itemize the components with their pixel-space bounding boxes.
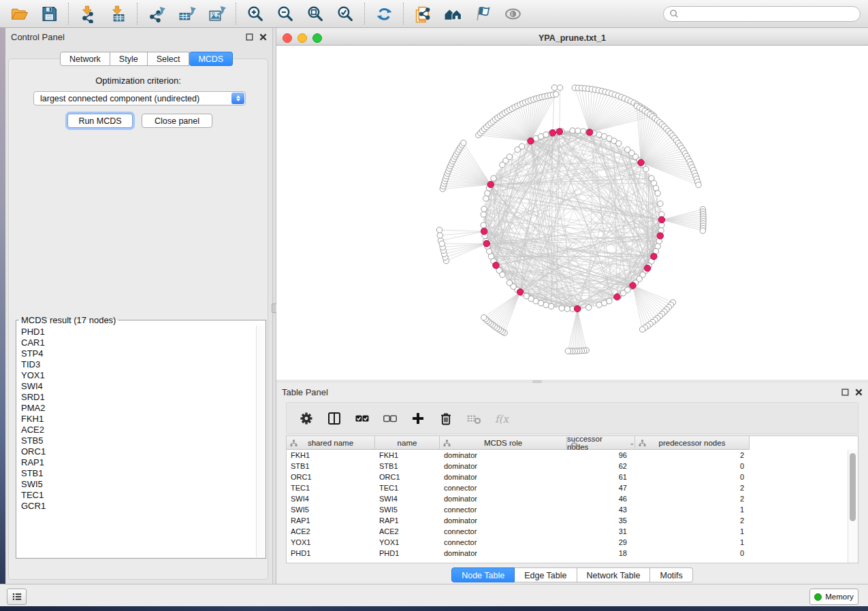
- cell-successor-nodes[interactable]: 18: [567, 548, 635, 559]
- cell-shared-name[interactable]: ACE2: [287, 526, 375, 537]
- select-all-icon[interactable]: [354, 410, 370, 427]
- mcds-result-item[interactable]: FKH1: [21, 414, 257, 425]
- mcds-result-item[interactable]: SWI5: [21, 479, 257, 490]
- table-row[interactable]: ORC1ORC1dominator610: [287, 472, 848, 482]
- cell-successor-nodes[interactable]: 96: [567, 450, 635, 461]
- column-header-predecessor-nodes[interactable]: predecessor nodes: [635, 436, 750, 450]
- add-column-icon[interactable]: [410, 410, 426, 427]
- column-header-shared-name[interactable]: shared name: [287, 436, 375, 450]
- table-row[interactable]: STB1STB1dominator620: [287, 461, 848, 472]
- column-header-name[interactable]: name: [375, 436, 440, 450]
- export-image-icon[interactable]: [206, 3, 227, 24]
- export-network-icon[interactable]: [146, 3, 167, 24]
- cell-name[interactable]: RAP1: [375, 515, 440, 526]
- style-flag-icon[interactable]: [472, 3, 493, 24]
- cell-predecessor-nodes[interactable]: 0: [635, 461, 750, 472]
- zoom-out-icon[interactable]: [275, 3, 295, 24]
- tab-mcds[interactable]: MCDS: [189, 52, 233, 66]
- table-row[interactable]: FKH1FKH1dominator962: [287, 450, 848, 461]
- table-row[interactable]: YOX1YOX1connector291: [287, 537, 848, 548]
- mcds-result-item[interactable]: SWI4: [21, 381, 257, 392]
- table-row[interactable]: SWI5SWI5connector431: [287, 504, 848, 515]
- mcds-result-item[interactable]: SRD1: [21, 392, 257, 403]
- table-row[interactable]: PHD1PHD1dominator180: [287, 548, 848, 559]
- cell-shared-name[interactable]: YOX1: [287, 537, 375, 548]
- share-network-icon[interactable]: [413, 3, 433, 24]
- cell-MCDS-role[interactable]: connector: [440, 504, 567, 515]
- cell-successor-nodes[interactable]: 29: [567, 537, 635, 548]
- import-table-icon[interactable]: [108, 3, 128, 24]
- cell-successor-nodes[interactable]: 62: [567, 461, 635, 472]
- cell-predecessor-nodes[interactable]: 2: [635, 482, 750, 493]
- cell-name[interactable]: PHD1: [375, 548, 440, 559]
- table-scrollbar-thumb[interactable]: [850, 453, 856, 521]
- cell-shared-name[interactable]: TEC1: [287, 482, 375, 493]
- cell-name[interactable]: STB1: [375, 461, 440, 472]
- refresh-network-icon[interactable]: [374, 3, 394, 24]
- cell-shared-name[interactable]: STB1: [287, 461, 375, 472]
- cell-shared-name[interactable]: FKH1: [287, 450, 375, 461]
- cell-MCDS-role[interactable]: dominator: [440, 493, 567, 504]
- float-window-icon[interactable]: [246, 33, 253, 41]
- cell-predecessor-nodes[interactable]: 1: [635, 526, 750, 537]
- split-panel-icon[interactable]: [326, 410, 342, 427]
- cell-successor-nodes[interactable]: 46: [567, 493, 635, 504]
- float-window-icon[interactable]: [841, 389, 849, 396]
- run-mcds-button[interactable]: Run MCDS: [67, 114, 133, 128]
- cell-successor-nodes[interactable]: 35: [567, 515, 635, 526]
- mcds-result-item[interactable]: PMA2: [21, 403, 257, 414]
- mcds-result-item[interactable]: PHD1: [21, 327, 257, 337]
- cell-shared-name[interactable]: ORC1: [287, 472, 375, 482]
- close-panel-icon[interactable]: [259, 33, 267, 41]
- mcds-result-item[interactable]: CAR1: [21, 337, 257, 348]
- cell-MCDS-role[interactable]: connector: [440, 482, 567, 493]
- cell-successor-nodes[interactable]: 61: [567, 472, 635, 482]
- tab-style[interactable]: Style: [110, 52, 148, 66]
- mcds-list-scrollbar[interactable]: [256, 326, 265, 557]
- deselect-all-icon[interactable]: [382, 410, 398, 427]
- cell-MCDS-role[interactable]: dominator: [440, 461, 567, 472]
- export-table-icon[interactable]: [176, 3, 197, 24]
- cell-shared-name[interactable]: RAP1: [287, 515, 375, 526]
- cell-shared-name[interactable]: SWI4: [287, 493, 375, 504]
- cell-name[interactable]: YOX1: [375, 537, 440, 548]
- close-panel-icon[interactable]: [855, 389, 863, 396]
- tab-select[interactable]: Select: [148, 52, 190, 66]
- tab-node-table[interactable]: Node Table: [451, 567, 515, 582]
- zoom-selected-icon[interactable]: [335, 3, 355, 24]
- mcds-result-item[interactable]: TID3: [21, 359, 257, 370]
- cell-MCDS-role[interactable]: connector: [440, 537, 567, 548]
- table-row[interactable]: TEC1TEC1connector472: [287, 482, 848, 493]
- mcds-result-item[interactable]: GCR1: [21, 501, 257, 512]
- task-history-button[interactable]: [7, 589, 27, 605]
- zoom-in-icon[interactable]: [245, 3, 266, 24]
- cell-predecessor-nodes[interactable]: 0: [635, 548, 750, 559]
- table-row[interactable]: SWI4SWI4dominator462: [287, 493, 848, 504]
- tab-edge-table[interactable]: Edge Table: [515, 567, 577, 582]
- cell-predecessor-nodes[interactable]: 2: [635, 493, 750, 504]
- cell-predecessor-nodes[interactable]: 2: [635, 450, 750, 461]
- save-session-icon[interactable]: [39, 3, 59, 24]
- tab-motifs[interactable]: Motifs: [650, 567, 692, 582]
- cell-name[interactable]: SWI4: [375, 493, 440, 504]
- column-header-successor-nodes[interactable]: successor nodes⌄: [567, 436, 635, 450]
- mcds-result-item[interactable]: RAP1: [21, 457, 257, 468]
- cell-shared-name[interactable]: SWI5: [287, 504, 375, 515]
- mcds-result-list[interactable]: PHD1CAR1STP4TID3YOX1SWI4SRD1PMA2FKH1ACE2…: [17, 327, 257, 557]
- mcds-result-item[interactable]: STP4: [21, 348, 257, 359]
- optimization-criterion-select[interactable]: largest connected component (undirected): [33, 91, 246, 105]
- cell-MCDS-role[interactable]: dominator: [440, 450, 567, 461]
- cell-MCDS-role[interactable]: dominator: [440, 472, 567, 482]
- tab-network-table[interactable]: Network Table: [577, 567, 651, 582]
- cell-successor-nodes[interactable]: 47: [567, 482, 635, 493]
- mcds-result-item[interactable]: TEC1: [21, 490, 257, 501]
- cell-predecessor-nodes[interactable]: 0: [635, 472, 750, 482]
- cell-successor-nodes[interactable]: 31: [567, 526, 635, 537]
- mcds-result-item[interactable]: STB5: [21, 435, 257, 446]
- cell-shared-name[interactable]: PHD1: [287, 548, 375, 559]
- search-input[interactable]: [682, 7, 854, 20]
- table-scrollbar[interactable]: [848, 450, 858, 563]
- tab-network[interactable]: Network: [60, 52, 110, 66]
- zoom-fit-icon[interactable]: [305, 3, 325, 24]
- import-network-icon[interactable]: [78, 3, 98, 24]
